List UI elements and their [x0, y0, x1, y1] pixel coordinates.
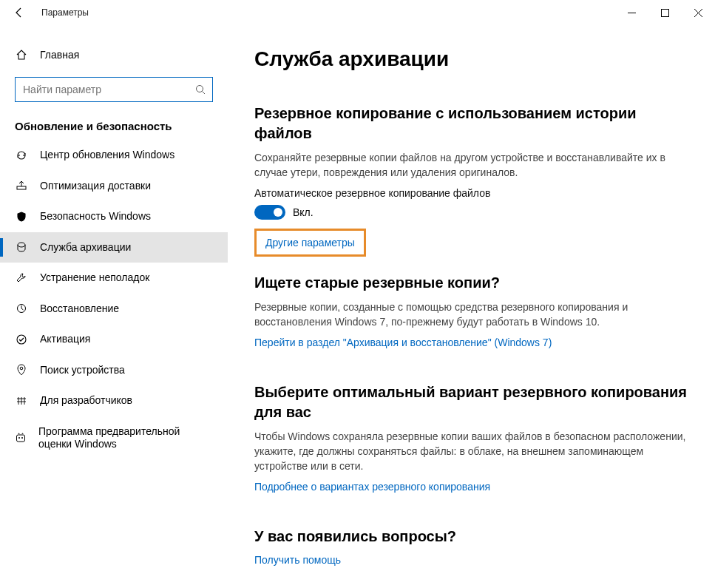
svg-rect-1: [662, 9, 669, 16]
wrench-icon: [15, 272, 28, 284]
home-icon: [15, 49, 28, 61]
sidebar-item-windows-update[interactable]: Центр обновления Windows: [0, 140, 228, 171]
recovery-icon: [15, 303, 28, 314]
developer-icon: [15, 395, 28, 407]
section2-heading: Ищете старые резервные копии?: [254, 273, 693, 293]
shield-icon: [15, 211, 28, 223]
section1-desc: Сохраняйте резервные копии файлов на дру…: [254, 151, 693, 180]
svg-point-9: [18, 437, 20, 439]
sidebar-group-title: Обновление и безопасность: [0, 115, 228, 140]
sidebar-item-label: Оптимизация доставки: [40, 180, 151, 193]
sidebar-item-label: Программа предварительной оценки Windows: [38, 425, 213, 451]
search-box[interactable]: [15, 77, 213, 102]
sidebar-item-recovery[interactable]: Восстановление: [0, 294, 228, 325]
highlight-more-options: Другие параметры: [254, 229, 366, 257]
window-controls: [615, 0, 715, 25]
section4-heading: У вас появились вопросы?: [254, 527, 693, 547]
auto-backup-toggle[interactable]: [254, 205, 285, 220]
insider-icon: [15, 432, 27, 444]
search-icon: [193, 84, 208, 95]
window-title: Параметры: [41, 7, 89, 18]
svg-rect-4: [17, 186, 26, 189]
sidebar-item-label: Поиск устройства: [40, 364, 125, 377]
section1-heading: Резервное копирование с использованием и…: [254, 104, 693, 143]
section2-desc: Резервные копии, созданные с помощью сре…: [254, 300, 693, 329]
section3-desc: Чтобы Windows сохраняла резервные копии …: [254, 430, 693, 473]
search-input[interactable]: [23, 84, 193, 95]
svg-point-10: [21, 437, 23, 439]
svg-point-7: [20, 367, 23, 370]
close-button[interactable]: [682, 0, 715, 25]
sidebar-item-label: Центр обновления Windows: [40, 149, 174, 162]
sidebar-item-label: Для разработчиков: [40, 394, 132, 408]
sidebar-item-find-device[interactable]: Поиск устройства: [0, 355, 228, 386]
sidebar-item-activation[interactable]: Активация: [0, 324, 228, 355]
content-pane: Служба архивации Резервное копирование с…: [228, 25, 715, 588]
sidebar-item-label: Безопасность Windows: [40, 210, 151, 223]
sidebar-item-developers[interactable]: Для разработчиков: [0, 385, 228, 416]
section3-heading: Выберите оптимальный вариант резервного …: [254, 382, 693, 422]
delivery-icon: [15, 180, 28, 192]
sidebar-item-backup[interactable]: Служба архивации: [0, 232, 228, 263]
sidebar-item-troubleshoot[interactable]: Устранение неполадок: [0, 263, 228, 294]
maximize-button[interactable]: [648, 0, 682, 25]
backup-icon: [15, 241, 28, 253]
location-icon: [15, 364, 28, 376]
sidebar-item-delivery-optimization[interactable]: Оптимизация доставки: [0, 171, 228, 202]
toggle-state-text: Вкл.: [293, 206, 314, 218]
get-help-link[interactable]: Получить помощь: [254, 554, 341, 566]
sidebar-home-label: Главная: [40, 49, 79, 61]
svg-rect-8: [17, 435, 25, 442]
learn-more-backup-link[interactable]: Подробнее о вариантах резервного копиров…: [254, 481, 490, 493]
sidebar-item-insider[interactable]: Программа предварительной оценки Windows: [0, 416, 228, 460]
win7-backup-link[interactable]: Перейти в раздел "Архивация и восстановл…: [254, 337, 552, 348]
sidebar-item-label: Служба архивации: [40, 241, 131, 254]
sidebar-item-label: Активация: [40, 333, 90, 346]
toggle-label: Автоматическое резервное копирование фай…: [254, 187, 693, 199]
sidebar-home[interactable]: Главная: [0, 43, 228, 67]
back-button[interactable]: [10, 4, 28, 21]
more-options-link[interactable]: Другие параметры: [265, 237, 355, 249]
svg-point-6: [17, 335, 26, 344]
minimize-button[interactable]: [615, 0, 648, 25]
sidebar: Главная Обновление и безопасность Центр …: [0, 25, 228, 588]
sidebar-item-label: Восстановление: [40, 303, 119, 316]
titlebar: Параметры: [0, 0, 715, 25]
check-circle-icon: [15, 334, 28, 345]
page-title: Служба архивации: [254, 47, 693, 71]
svg-point-2: [196, 85, 203, 92]
sidebar-item-security[interactable]: Безопасность Windows: [0, 201, 228, 232]
sync-icon: [15, 149, 28, 161]
sidebar-item-label: Устранение неполадок: [40, 271, 149, 285]
svg-line-3: [202, 91, 205, 94]
